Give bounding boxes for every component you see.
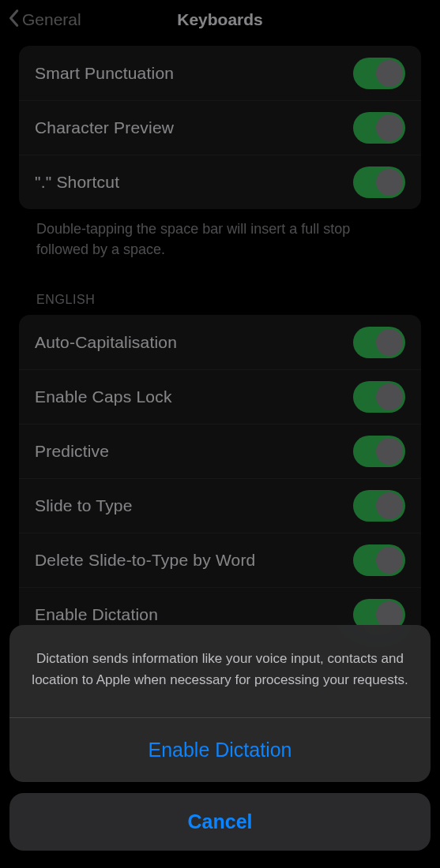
row-smart-punctuation: Smart Punctuation: [19, 46, 421, 100]
action-sheet-card: Dictation sends information like your vo…: [9, 625, 431, 782]
row-label: Auto-Capitalisation: [35, 333, 177, 352]
row-label: Smart Punctuation: [35, 64, 174, 83]
row-label: Enable Dictation: [35, 605, 158, 624]
toggle-period-shortcut[interactable]: [353, 166, 405, 198]
group-general-toggles: Smart Punctuation Character Preview "." …: [19, 46, 421, 209]
toggle-predictive[interactable]: [353, 436, 405, 467]
row-period-shortcut: "." Shortcut: [19, 155, 421, 209]
back-button[interactable]: General: [8, 9, 81, 32]
toggle-character-preview[interactable]: [353, 112, 405, 144]
toggle-delete-slide-to-type-by-word[interactable]: [353, 544, 405, 576]
row-label: Delete Slide-to-Type by Word: [35, 551, 256, 570]
row-label: Predictive: [35, 442, 109, 461]
row-label: Slide to Type: [35, 496, 133, 515]
row-predictive: Predictive: [19, 424, 421, 478]
row-auto-capitalisation: Auto-Capitalisation: [19, 315, 421, 369]
row-label: Character Preview: [35, 118, 174, 137]
toggle-auto-capitalisation[interactable]: [353, 327, 405, 358]
toggle-slide-to-type[interactable]: [353, 490, 405, 522]
toggle-smart-punctuation[interactable]: [353, 58, 405, 89]
group-english-toggles: Auto-Capitalisation Enable Caps Lock Pre…: [19, 315, 421, 642]
group-footer: Double-tapping the space bar will insert…: [0, 209, 440, 260]
enable-dictation-button[interactable]: Enable Dictation: [9, 718, 431, 782]
row-label: "." Shortcut: [35, 173, 119, 192]
action-sheet-message: Dictation sends information like your vo…: [9, 625, 431, 717]
nav-bar: General Keyboards: [0, 0, 440, 39]
row-delete-slide-to-type-by-word: Delete Slide-to-Type by Word: [19, 533, 421, 587]
group-header-english: English: [0, 260, 440, 315]
row-enable-caps-lock: Enable Caps Lock: [19, 369, 421, 424]
cancel-button[interactable]: Cancel: [9, 793, 431, 851]
row-label: Enable Caps Lock: [35, 387, 172, 406]
row-character-preview: Character Preview: [19, 100, 421, 155]
row-slide-to-type: Slide to Type: [19, 478, 421, 533]
back-label: General: [22, 10, 81, 29]
action-sheet: Dictation sends information like your vo…: [0, 625, 440, 851]
toggle-enable-caps-lock[interactable]: [353, 381, 405, 413]
chevron-left-icon: [8, 9, 19, 32]
